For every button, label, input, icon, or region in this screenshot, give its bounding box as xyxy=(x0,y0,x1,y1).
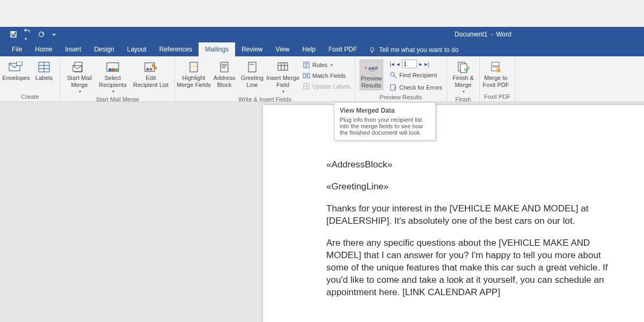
find-icon xyxy=(390,71,397,79)
svg-rect-21 xyxy=(191,65,196,67)
body-paragraph-1: Thanks for your interest in the [VEHICLE… xyxy=(326,203,613,228)
select-recipients-button[interactable]: Select Recipients▾ xyxy=(98,60,127,95)
redo-icon[interactable] xyxy=(38,31,45,38)
match-icon xyxy=(303,72,310,79)
prev-record-button[interactable]: ◂ xyxy=(397,61,400,68)
quick-access-toolbar: ▾ ⏷ xyxy=(0,27,57,42)
first-record-button[interactable]: |◂ xyxy=(390,61,394,68)
ribbon-tabs: File Home Insert Design Layout Reference… xyxy=(0,42,644,56)
greeting-line-button[interactable]: Greeting Line xyxy=(240,60,264,89)
tab-foxit[interactable]: Foxit PDF xyxy=(322,42,363,56)
svg-rect-1 xyxy=(12,32,14,34)
preview-icon: «ABC» xyxy=(363,61,380,74)
labels-icon xyxy=(35,61,53,74)
tab-review[interactable]: Review xyxy=(235,42,269,56)
group-finish: Finish & Merge▾ Finish xyxy=(447,56,480,101)
last-record-button[interactable]: ▸| xyxy=(425,61,429,68)
check-icon xyxy=(390,84,397,91)
start-mail-merge-label: Start Mail Merge xyxy=(67,75,92,88)
highlight-merge-fields-button[interactable]: Highlight Merge Fields xyxy=(179,60,208,89)
envelopes-button[interactable]: Envelopes xyxy=(4,60,28,83)
record-number-input[interactable] xyxy=(402,60,417,68)
svg-point-14 xyxy=(108,68,112,71)
svg-point-19 xyxy=(150,68,152,71)
edit-recipient-list-button[interactable]: Edit Recipient List xyxy=(131,60,170,89)
merge-field-greetingline: «GreetingLine» xyxy=(326,181,613,193)
body-paragraph-2: Are there any specific questions about t… xyxy=(326,237,613,299)
svg-point-47 xyxy=(496,68,501,72)
foxit-pdf-icon: PDF xyxy=(487,61,504,74)
tab-references[interactable]: References xyxy=(153,42,199,56)
group-write-insert: Highlight Merge Fields Address Block Gre… xyxy=(175,56,355,101)
document-page[interactable]: «AddressBlock» «GreetingLine» Thanks for… xyxy=(263,105,644,322)
labels-button[interactable]: Labels xyxy=(32,60,56,83)
preview-results-button[interactable]: «ABC» Preview Results xyxy=(360,60,383,90)
insert-merge-field-button[interactable]: Insert Merge Field▾ xyxy=(268,60,297,95)
update-labels-button: Update Labels xyxy=(303,81,350,92)
edit-list-icon xyxy=(142,61,159,74)
address-block-icon xyxy=(216,61,233,74)
save-icon[interactable] xyxy=(10,31,17,38)
recipients-icon xyxy=(104,61,121,74)
start-mail-merge-button[interactable]: Start Mail Merge▾ xyxy=(65,60,94,95)
ribbon: Envelopes Labels Create Start Mail Merge… xyxy=(0,56,644,102)
svg-text:PDF: PDF xyxy=(493,65,499,68)
next-record-button[interactable]: ▸ xyxy=(419,61,422,68)
select-recipients-label: Select Recipients xyxy=(99,75,126,88)
match-fields-button[interactable]: Match Fields xyxy=(303,70,350,81)
title-bar: ▾ ⏷ Document1-Word xyxy=(0,27,644,42)
group-label-create: Create xyxy=(4,92,56,101)
group-preview-results: «ABC» Preview Results |◂ ◂ ▸ ▸| Find Rec… xyxy=(355,56,447,101)
svg-text:»: » xyxy=(376,65,378,70)
svg-text:«: « xyxy=(364,65,367,70)
tab-mailings[interactable]: Mailings xyxy=(199,42,235,56)
rules-icon xyxy=(303,61,310,69)
merge-to-foxit-button[interactable]: PDF Merge to Foxit PDF xyxy=(484,60,508,89)
finish-merge-button[interactable]: Finish & Merge▾ xyxy=(451,60,475,95)
screentip: View Merged Data Plug info from your rec… xyxy=(334,102,436,141)
tab-layout[interactable]: Layout xyxy=(121,42,153,56)
document-area: «AddressBlock» «GreetingLine» Thanks for… xyxy=(0,102,644,322)
merge-field-addressblock: «AddressBlock» xyxy=(326,159,613,171)
check-errors-button[interactable]: Check for Errors xyxy=(390,82,442,93)
svg-point-41 xyxy=(391,72,394,76)
envelope-icon xyxy=(8,61,25,74)
finish-icon xyxy=(455,61,472,74)
tab-insert[interactable]: Insert xyxy=(58,42,87,56)
find-recipient-button[interactable]: Find Recipient xyxy=(390,70,442,80)
qat-customize-icon[interactable]: ⏷ xyxy=(52,32,57,38)
svg-rect-22 xyxy=(221,62,228,72)
svg-rect-6 xyxy=(17,62,22,65)
svg-rect-34 xyxy=(308,74,310,78)
screentip-title: View Merged Data xyxy=(340,107,430,114)
edit-recipient-list-label: Edit Recipient List xyxy=(133,75,169,88)
group-create: Envelopes Labels Create xyxy=(0,56,61,101)
svg-point-4 xyxy=(371,47,375,51)
group-label-foxit: Foxit PDF xyxy=(484,92,510,101)
undo-icon[interactable]: ▾ xyxy=(24,27,31,42)
address-block-button[interactable]: Address Block xyxy=(213,60,236,89)
lightbulb-icon xyxy=(369,47,376,54)
tell-me-search[interactable]: Tell me what you want to do xyxy=(363,43,464,56)
svg-rect-2 xyxy=(12,35,16,37)
group-label-preview: Preview Results xyxy=(360,93,442,102)
insert-field-icon xyxy=(274,61,291,74)
tell-me-label: Tell me what you want to do xyxy=(379,46,458,54)
tab-view[interactable]: View xyxy=(269,42,296,56)
group-foxit: PDF Merge to Foxit PDF Foxit PDF xyxy=(480,56,515,101)
mail-merge-icon xyxy=(71,61,88,74)
record-navigation: |◂ ◂ ▸ ▸| xyxy=(390,60,442,68)
svg-rect-26 xyxy=(248,62,256,72)
tab-help[interactable]: Help xyxy=(296,42,322,56)
tab-home[interactable]: Home xyxy=(28,42,58,56)
rules-button[interactable]: Rules▾ xyxy=(303,60,350,70)
tab-design[interactable]: Design xyxy=(87,42,120,56)
svg-point-16 xyxy=(115,68,118,71)
tab-file[interactable]: File xyxy=(5,42,28,56)
screentip-body: Plug info from your recipient list into … xyxy=(340,116,430,136)
update-labels-icon xyxy=(303,83,310,90)
highlight-icon xyxy=(185,61,202,74)
group-start-mail-merge: Start Mail Merge▾ Select Recipients▾ Edi… xyxy=(61,56,175,101)
greeting-icon xyxy=(244,61,261,74)
svg-rect-33 xyxy=(303,74,305,78)
